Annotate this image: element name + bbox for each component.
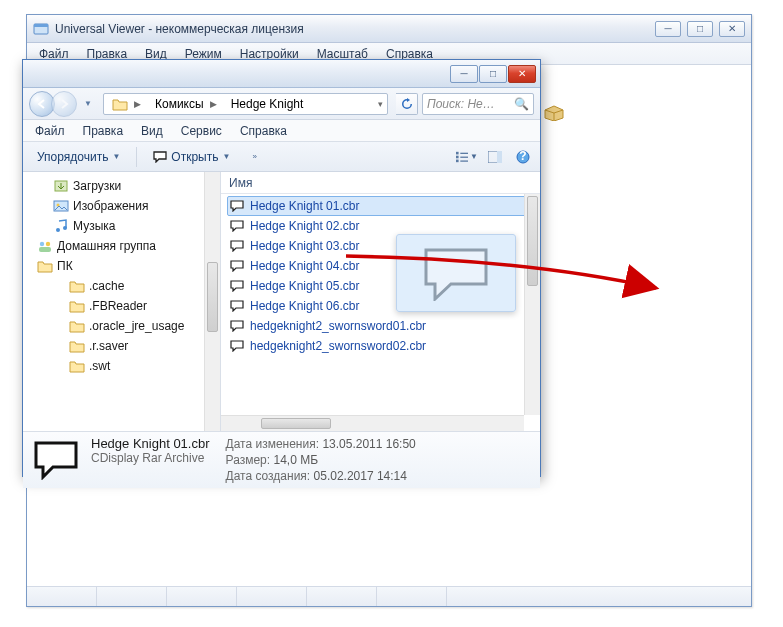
tree-item-cache[interactable]: .cache: [27, 276, 220, 296]
folder-tree[interactable]: Загрузки Изображения Музыка Домашняя гру…: [23, 172, 221, 431]
ex-menu-file[interactable]: Файл: [27, 122, 73, 140]
breadcrumb-root-icon[interactable]: ▶: [106, 94, 149, 114]
svg-point-19: [56, 228, 60, 232]
svg-rect-13: [497, 151, 502, 163]
details-size: 14,0 МБ: [273, 453, 318, 467]
scrollbar-thumb[interactable]: [261, 418, 331, 429]
folder-icon: [37, 258, 53, 274]
uv-minimize-button[interactable]: ─: [655, 21, 681, 37]
music-icon: [53, 218, 69, 234]
refresh-button[interactable]: [396, 93, 418, 115]
file-thumbnail-icon: [33, 439, 79, 481]
breadcrumb-dropdown[interactable]: ▾: [376, 99, 385, 109]
explorer-minimize-button[interactable]: ─: [450, 65, 478, 83]
svg-rect-10: [460, 156, 468, 157]
tree-scrollbar[interactable]: [204, 172, 220, 431]
svg-rect-7: [456, 155, 459, 158]
folder-icon: [69, 278, 85, 294]
file-row[interactable]: hedgeknight2_swornsword02.cbr: [227, 336, 540, 356]
speech-bubble-icon: [230, 300, 244, 312]
file-scrollbar-vertical[interactable]: [524, 194, 540, 415]
app-icon: [33, 21, 49, 37]
tree-item-swt[interactable]: .swt: [27, 356, 220, 376]
speech-bubble-icon: [230, 280, 244, 292]
uv-statusbar: [27, 586, 751, 606]
speech-bubble-icon: [230, 320, 244, 332]
breadcrumb-seg-1[interactable]: Комиксы▶: [149, 94, 225, 114]
file-row[interactable]: Hedge Knight 01.cbr: [227, 196, 540, 216]
tree-item-oracle[interactable]: .oracle_jre_usage: [27, 316, 220, 336]
details-filetype: CDisplay Rar Archive: [91, 451, 210, 465]
toolbar-overflow[interactable]: »: [244, 146, 264, 168]
nav-forward-button[interactable]: [51, 91, 77, 117]
file-name: Hedge Knight 04.cbr: [250, 259, 359, 273]
explorer-navbar: ▼ ▶ Комиксы▶ Hedge Knight ▾ Поиск: He… 🔍: [23, 88, 540, 120]
file-name: Hedge Knight 05.cbr: [250, 279, 359, 293]
breadcrumb-seg-2[interactable]: Hedge Knight: [225, 94, 310, 114]
uv-close-button[interactable]: ✕: [719, 21, 745, 37]
explorer-toolbar: Упорядочить ▼ Открыть ▼ » ▼ ?: [23, 142, 540, 172]
tree-item-pc[interactable]: ПК: [27, 256, 220, 276]
explorer-menubar: Файл Правка Вид Сервис Справка: [23, 120, 540, 142]
svg-point-20: [63, 226, 67, 230]
explorer-close-button[interactable]: ✕: [508, 65, 536, 83]
file-name: hedgeknight2_swornsword02.cbr: [250, 339, 426, 353]
organize-button[interactable]: Упорядочить ▼: [29, 146, 128, 168]
svg-point-22: [46, 242, 50, 246]
package-icon: [543, 105, 565, 121]
tree-item-pictures[interactable]: Изображения: [27, 196, 220, 216]
details-modified: 13.05.2011 16:50: [322, 437, 415, 451]
svg-point-21: [40, 242, 44, 246]
nav-history-dropdown[interactable]: ▼: [81, 91, 95, 117]
folder-icon: [69, 298, 85, 314]
svg-rect-11: [460, 160, 468, 161]
svg-rect-23: [39, 247, 51, 252]
speech-bubble-icon: [230, 340, 244, 352]
folder-icon: [69, 338, 85, 354]
help-button[interactable]: ?: [512, 146, 534, 168]
svg-rect-1: [34, 24, 48, 27]
file-name: Hedge Knight 06.cbr: [250, 299, 359, 313]
folder-icon: [69, 318, 85, 334]
file-name: Hedge Knight 02.cbr: [250, 219, 359, 233]
uv-titlebar[interactable]: Universal Viewer - некоммерческая лиценз…: [27, 15, 751, 43]
view-mode-button[interactable]: ▼: [456, 146, 478, 168]
file-name: hedgeknight2_swornsword01.cbr: [250, 319, 426, 333]
search-icon: 🔍: [514, 97, 529, 111]
breadcrumb[interactable]: ▶ Комиксы▶ Hedge Knight ▾: [103, 93, 388, 115]
speech-bubble-icon: [153, 151, 167, 163]
tree-item-rsaver[interactable]: .r.saver: [27, 336, 220, 356]
details-filename: Hedge Knight 01.cbr: [91, 436, 210, 451]
file-row[interactable]: hedgeknight2_swornsword01.cbr: [227, 316, 540, 336]
search-input[interactable]: Поиск: He… 🔍: [422, 93, 534, 115]
ex-menu-service[interactable]: Сервис: [173, 122, 230, 140]
ex-menu-view[interactable]: Вид: [133, 122, 171, 140]
ex-menu-edit[interactable]: Правка: [75, 122, 132, 140]
svg-text:?: ?: [519, 150, 526, 163]
file-scrollbar-horizontal[interactable]: [221, 415, 524, 431]
tree-item-music[interactable]: Музыка: [27, 216, 220, 236]
speech-bubble-icon: [230, 200, 244, 212]
pictures-icon: [53, 198, 69, 214]
file-row[interactable]: Hedge Knight 02.cbr: [227, 216, 540, 236]
drag-ghost: [396, 234, 516, 312]
homegroup-icon: [37, 238, 53, 254]
speech-bubble-icon: [230, 260, 244, 272]
tree-item-fbreader[interactable]: .FBReader: [27, 296, 220, 316]
preview-pane-button[interactable]: [484, 146, 506, 168]
scrollbar-thumb[interactable]: [207, 262, 218, 332]
speech-bubble-icon: [230, 240, 244, 252]
explorer-maximize-button[interactable]: □: [479, 65, 507, 83]
open-button[interactable]: Открыть ▼: [145, 146, 238, 168]
scrollbar-thumb[interactable]: [527, 196, 538, 286]
file-name: Hedge Knight 03.cbr: [250, 239, 359, 253]
column-header-name[interactable]: Имя: [221, 172, 540, 194]
speech-bubble-icon: [230, 220, 244, 232]
tree-item-homegroup[interactable]: Домашняя группа: [27, 236, 220, 256]
tree-item-downloads[interactable]: Загрузки: [27, 176, 220, 196]
uv-maximize-button[interactable]: □: [687, 21, 713, 37]
details-pane: Hedge Knight 01.cbr CDisplay Rar Archive…: [23, 432, 540, 488]
ex-menu-help[interactable]: Справка: [232, 122, 295, 140]
explorer-titlebar[interactable]: ─ □ ✕: [23, 60, 540, 88]
details-created: 05.02.2017 14:14: [314, 469, 407, 483]
